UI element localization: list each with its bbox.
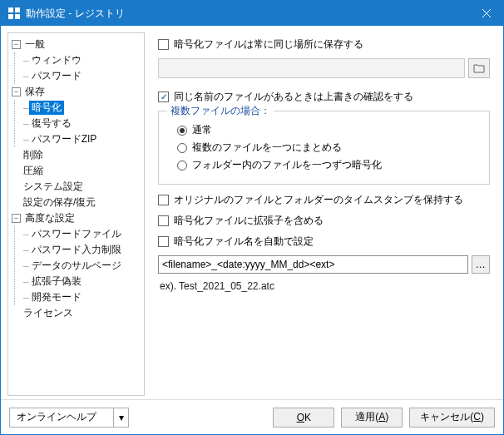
titlebar: 動作設定 - レジストリ xyxy=(1,1,503,26)
checkbox-same-location[interactable] xyxy=(158,39,169,50)
chevron-down-icon: ▾ xyxy=(113,408,128,427)
radio-eachfolder[interactable] xyxy=(177,161,187,171)
tree-pwlimit[interactable]: –パスワード入力制限 xyxy=(15,242,142,258)
filename-example: ex). Test_2021_05_22.atc xyxy=(160,280,488,292)
radio-combine-row[interactable]: 複数のファイルを一つにまとめる xyxy=(177,141,479,155)
svg-rect-2 xyxy=(8,14,13,19)
filename-pattern-input[interactable] xyxy=(158,255,468,274)
save-path-input[interactable] xyxy=(158,58,465,78)
row-same-location: 暗号化ファイルは常に同じ場所に保存する xyxy=(158,37,490,52)
browse-folder-button[interactable] xyxy=(468,58,490,78)
tree-password[interactable]: –パスワード xyxy=(15,68,142,84)
nav-tree[interactable]: −一般 –ウィンドウ –パスワード −保存 –暗号化 –復号する –パスワードZ… xyxy=(7,32,145,396)
row-addext: 暗号化ファイルに拡張子を含める xyxy=(158,214,490,228)
row-overwrite: 同じ名前のファイルがあるときは上書きの確認をする xyxy=(158,90,490,104)
tree-pwfile[interactable]: –パスワードファイル xyxy=(15,226,142,242)
radio-normal-row[interactable]: 通常 xyxy=(177,123,479,137)
row-autoname: 暗号化ファイル名を自動で設定 xyxy=(158,235,490,249)
svg-rect-3 xyxy=(15,14,20,19)
settings-window: 動作設定 - レジストリ −一般 –ウィンドウ –パスワード −保存 –暗号化 … xyxy=(0,0,504,435)
tree-delete[interactable]: 削除 xyxy=(10,147,142,163)
collapse-icon[interactable]: − xyxy=(12,87,21,96)
tree-window[interactable]: –ウィンドウ xyxy=(15,52,142,68)
tree-passwordzip[interactable]: –パスワードZIP xyxy=(15,131,142,147)
tree-license[interactable]: ライセンス xyxy=(10,305,142,321)
window-title: 動作設定 - レジストリ xyxy=(26,7,470,21)
tree-advanced[interactable]: −高度な設定 xyxy=(10,210,142,226)
collapse-icon[interactable]: − xyxy=(12,214,21,223)
group-title: 複数ファイルの場合： xyxy=(167,104,274,118)
close-button[interactable] xyxy=(470,1,503,26)
app-icon xyxy=(7,7,21,20)
checkbox-overwrite[interactable] xyxy=(158,91,169,102)
tree-compress[interactable]: 圧縮 xyxy=(10,163,142,179)
collapse-icon[interactable]: − xyxy=(12,40,21,49)
tree-save[interactable]: −保存 xyxy=(10,84,142,100)
cancel-button[interactable]: キャンセル(C) xyxy=(409,408,495,428)
radio-combine[interactable] xyxy=(177,143,187,153)
checkbox-timestamp[interactable] xyxy=(158,195,169,205)
radio-normal[interactable] xyxy=(177,126,187,136)
online-help-dropdown[interactable]: オンラインヘルプ ▾ xyxy=(9,408,129,428)
label-same-location: 暗号化ファイルは常に同じ場所に保存する xyxy=(174,37,363,52)
radio-eachfolder-row[interactable]: フォルダー内のファイルを一つずつ暗号化 xyxy=(177,158,479,172)
svg-rect-0 xyxy=(8,7,13,12)
tree-system[interactable]: システム設定 xyxy=(10,179,142,195)
pattern-options-button[interactable]: … xyxy=(472,255,491,274)
tree-saverestore[interactable]: 設定の保存/復元 xyxy=(10,195,142,210)
label-overwrite: 同じ名前のファイルがあるときは上書きの確認をする xyxy=(174,90,413,104)
tree-ext[interactable]: –拡張子偽装 xyxy=(15,274,142,289)
tree-salvage[interactable]: –データのサルベージ xyxy=(15,258,142,274)
svg-rect-1 xyxy=(15,7,20,12)
tree-general[interactable]: −一般 xyxy=(10,37,142,52)
apply-button[interactable]: 適用(A) xyxy=(341,408,403,428)
tree-dev[interactable]: –開発モード xyxy=(15,289,142,305)
checkbox-autoname[interactable] xyxy=(158,236,169,247)
ok-button[interactable]: OK xyxy=(273,408,334,428)
group-multifile: 複数ファイルの場合： 通常 複数のファイルを一つにまとめる フォルダー内のファイ… xyxy=(158,111,490,185)
row-timestamp: オリジナルのファイルとフォルダーのタイムスタンプを保持する xyxy=(158,193,490,207)
folder-icon xyxy=(473,63,485,73)
tree-encrypt[interactable]: –暗号化 xyxy=(15,100,142,116)
tree-decrypt[interactable]: –復号する xyxy=(15,116,142,131)
settings-panel: 暗号化ファイルは常に同じ場所に保存する 同じ名前のファイルがあるときは上書きの確… xyxy=(148,26,503,399)
checkbox-addext[interactable] xyxy=(158,215,169,226)
dialog-footer: オンラインヘルプ ▾ OK 適用(A) キャンセル(C) xyxy=(1,399,503,434)
